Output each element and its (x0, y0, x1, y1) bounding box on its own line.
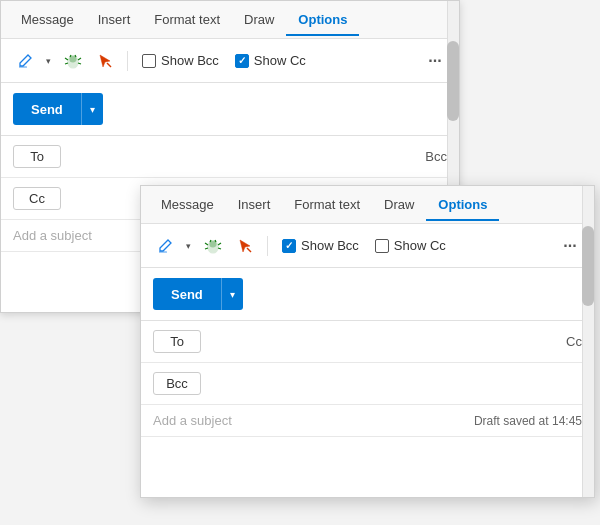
show-bcc-label-bg: Show Bcc (161, 53, 219, 68)
cc-side-label-fg[interactable]: Cc (566, 334, 582, 349)
tab-insert-fg[interactable]: Insert (226, 189, 283, 220)
send-btn-group-fg: Send ▾ (153, 278, 582, 310)
cc-label-bg[interactable]: Cc (13, 187, 61, 210)
svg-rect-0 (19, 66, 27, 68)
show-bcc-box-fg (282, 239, 296, 253)
icon-group-pencil-fg: ▾ (151, 232, 195, 260)
draft-saved-text-fg: Draft saved at 14:45 (474, 414, 582, 428)
send-button-bg[interactable]: Send (13, 93, 81, 125)
tab-format-bg[interactable]: Format text (142, 4, 232, 35)
to-field-row-bg: To Bcc (1, 136, 459, 178)
scroll-thumb-bg[interactable] (447, 41, 459, 121)
pencil-dropdown-fg[interactable]: ▾ (181, 232, 195, 260)
body-area-fg[interactable] (141, 437, 594, 497)
svg-line-5 (65, 63, 68, 64)
scrollbar-fg[interactable] (582, 186, 594, 497)
toolbar-bg: ▾ Show Bcc (1, 39, 459, 83)
tab-message-fg[interactable]: Message (149, 189, 226, 220)
toolbar-fg: ▾ Show Bcc (141, 224, 594, 268)
to-input-bg[interactable] (69, 142, 425, 172)
pencil-dropdown-bg[interactable]: ▾ (41, 47, 55, 75)
send-dropdown-fg[interactable]: ▾ (221, 278, 243, 310)
show-cc-box-bg (235, 54, 249, 68)
svg-line-4 (78, 58, 81, 60)
svg-point-12 (210, 241, 216, 247)
show-bcc-checkbox-fg[interactable]: Show Bcc (282, 238, 359, 253)
show-bcc-checkbox-bg[interactable]: Show Bcc (142, 53, 219, 68)
tab-bar-bg: Message Insert Format text Draw Options … (1, 1, 459, 39)
tab-format-fg[interactable]: Format text (282, 189, 372, 220)
show-cc-label-fg: Show Cc (394, 238, 446, 253)
send-btn-group-bg: Send ▾ (13, 93, 447, 125)
to-input-fg[interactable] (209, 327, 566, 357)
toolbar-more-fg[interactable]: ··· (556, 232, 584, 260)
bug-icon-fg[interactable] (199, 232, 227, 260)
tab-options-fg[interactable]: Options (426, 189, 499, 220)
svg-line-3 (65, 58, 68, 60)
svg-line-13 (205, 243, 208, 245)
bcc-input-fg[interactable] (209, 369, 582, 399)
send-button-fg[interactable]: Send (153, 278, 221, 310)
cursor-icon-bg[interactable] (91, 47, 119, 75)
bcc-label-fg[interactable]: Bcc (153, 372, 201, 395)
svg-line-15 (205, 248, 208, 249)
show-cc-checkbox-fg[interactable]: Show Cc (375, 238, 446, 253)
tab-message-bg[interactable]: Message (9, 4, 86, 35)
cursor-icon-fg[interactable] (231, 232, 259, 260)
show-bcc-label-fg: Show Bcc (301, 238, 359, 253)
send-row-bg: Send ▾ (1, 83, 459, 136)
svg-line-19 (247, 248, 251, 252)
toolbar-more-bg[interactable]: ··· (421, 47, 449, 75)
tab-options-bg[interactable]: Options (286, 4, 359, 35)
show-bcc-box-bg (142, 54, 156, 68)
toolbar-separator-bg (127, 51, 128, 71)
tab-draw-fg[interactable]: Draw (372, 189, 426, 220)
send-row-fg: Send ▾ (141, 268, 594, 321)
to-label-fg[interactable]: To (153, 330, 201, 353)
svg-rect-10 (159, 251, 167, 253)
send-dropdown-bg[interactable]: ▾ (81, 93, 103, 125)
show-cc-box-fg (375, 239, 389, 253)
svg-line-6 (78, 63, 81, 64)
show-cc-checkbox-bg[interactable]: Show Cc (235, 53, 306, 68)
pencil-icon-fg[interactable] (151, 232, 179, 260)
bcc-side-label-bg[interactable]: Bcc (425, 149, 447, 164)
svg-line-14 (218, 243, 221, 245)
tab-insert-bg[interactable]: Insert (86, 4, 143, 35)
scroll-thumb-fg[interactable] (582, 226, 594, 306)
svg-point-2 (70, 56, 76, 62)
subject-row-fg: Add a subject Draft saved at 14:45 (141, 405, 594, 437)
bug-icon-bg[interactable] (59, 47, 87, 75)
tab-draw-bg[interactable]: Draw (232, 4, 286, 35)
email-window-foreground: Message Insert Format text Draw Options … (140, 185, 595, 498)
icon-group-pencil-bg: ▾ (11, 47, 55, 75)
show-cc-label-bg: Show Cc (254, 53, 306, 68)
svg-line-9 (107, 63, 111, 67)
to-field-row-fg: To Cc (141, 321, 594, 363)
subject-placeholder-fg[interactable]: Add a subject (153, 413, 474, 428)
toolbar-separator-fg (267, 236, 268, 256)
tab-bar-fg: Message Insert Format text Draw Options … (141, 186, 594, 224)
pencil-icon-bg[interactable] (11, 47, 39, 75)
to-label-bg[interactable]: To (13, 145, 61, 168)
svg-line-16 (218, 248, 221, 249)
bcc-field-row-fg: Bcc (141, 363, 594, 405)
